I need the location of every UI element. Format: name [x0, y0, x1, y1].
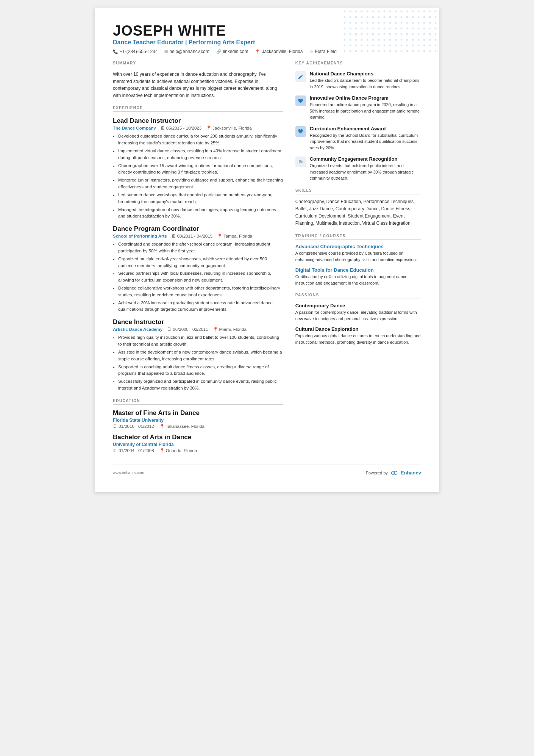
contact-website: 🔗 linkedin.com	[216, 49, 248, 54]
svg-point-29	[412, 16, 414, 18]
job-3-title: Dance Instructor	[113, 318, 283, 326]
calendar-icon-3: 🗓	[167, 327, 172, 332]
svg-point-15	[429, 11, 431, 13]
edu-2-meta: 🗓 01/2004 - 01/2008 📍 Orlando, Florida	[113, 448, 283, 453]
job-2-location: 📍 Tampa, Florida	[217, 233, 252, 239]
job-2-date: 🗓 03/2011 - 04/2015	[172, 234, 212, 238]
achievement-1-title: National Dance Champions	[310, 71, 421, 77]
star-icon: ☆	[310, 49, 314, 54]
job-1-bullets: Developed customized dance curricula for…	[118, 133, 283, 220]
svg-point-82	[423, 33, 425, 35]
enhancv-brand-name: Enhancv	[401, 470, 421, 476]
list-item: Organized multiple end-of-year showcases…	[118, 256, 283, 269]
svg-point-19	[355, 16, 357, 18]
svg-point-17	[344, 16, 346, 18]
achievement-4-text: Community Engagement Recognition Organiz…	[310, 156, 421, 182]
achievement-2-text: Innovative Online Dance Program Pioneere…	[310, 95, 421, 121]
main-columns: SUMMARY With over 10 years of experience…	[113, 61, 421, 453]
job-2-company: School of Performing Arts	[113, 234, 167, 238]
pin-icon-edu2: 📍	[159, 448, 165, 453]
svg-point-84	[435, 33, 437, 35]
svg-point-18	[350, 16, 351, 18]
svg-point-31	[423, 16, 425, 18]
svg-point-2	[355, 11, 357, 13]
skills-section-label: SKILLS	[295, 188, 421, 194]
svg-point-65	[423, 28, 425, 30]
experience-section-label: EXPERIENCE	[113, 106, 283, 112]
achievement-2: Innovative Online Dance Program Pioneere…	[295, 95, 421, 121]
list-item: Coordinated and expanded the after-schoo…	[118, 241, 283, 255]
training-2: Digital Tools for Dance Education Certif…	[295, 267, 421, 286]
skills-text: Choreography, Dance Education, Performan…	[295, 198, 421, 227]
svg-point-67	[435, 28, 437, 30]
training-1-title: Advanced Choreographic Techniques	[295, 244, 421, 249]
achievement-2-icon-wrap	[295, 95, 306, 106]
passion-2: Cultural Dance Exploration Exploring var…	[295, 326, 421, 345]
right-column: KEY ACHIEVEMENTS National Dance Champion…	[295, 61, 421, 453]
job-1-date: 🗓 05/2015 - 10/2023	[161, 126, 201, 130]
calendar-icon-2: 🗓	[172, 234, 176, 238]
achievement-3-title: Curriculum Enhancement Award	[310, 126, 421, 131]
contact-row: 📞 +1-(234)-555-1234 ✉ help@enhancv.com 🔗…	[113, 49, 421, 54]
passion-2-desc: Exploring various global dance cultures …	[295, 333, 421, 345]
edu-1-location: 📍 Tallahassee, Florida	[159, 424, 205, 429]
achievement-3-icon-wrap	[295, 126, 306, 137]
svg-point-9	[395, 11, 397, 13]
svg-point-33	[435, 16, 437, 18]
svg-point-8	[389, 11, 391, 13]
list-item: Designed collaborative workshops with ot…	[118, 285, 283, 299]
svg-point-12	[412, 11, 414, 13]
svg-point-22	[372, 16, 374, 18]
svg-point-27	[401, 16, 403, 18]
svg-point-48	[423, 22, 425, 24]
edu-1-school: Florida State University	[113, 418, 283, 423]
svg-point-25	[389, 16, 391, 18]
list-item: Provided high-quality instruction in jaz…	[118, 334, 283, 348]
job-2-bullets: Coordinated and expanded the after-schoo…	[118, 241, 283, 313]
achievements-section-label: KEY ACHIEVEMENTS	[295, 61, 421, 67]
passion-1-title: Contemporary Dance	[295, 303, 421, 308]
achievement-4: Community Engagement Recognition Organiz…	[295, 156, 421, 182]
svg-point-32	[429, 16, 431, 18]
list-item: Supported in coaching adult dance fitnes…	[118, 364, 283, 377]
passion-2-title: Cultural Dance Exploration	[295, 326, 421, 332]
flag-icon	[298, 159, 303, 165]
job-2: Dance Program Coordinator School of Perf…	[113, 225, 283, 313]
job-3-location: 📍 Miami, Florida	[213, 327, 247, 332]
job-3-company: Artistic Dance Academy	[113, 327, 162, 332]
summary-text: With over 10 years of experience in danc…	[113, 71, 283, 99]
email-icon: ✉	[164, 49, 168, 54]
svg-point-99	[423, 39, 425, 41]
svg-point-101	[435, 39, 437, 41]
svg-point-16	[435, 11, 437, 13]
list-item: Developed customized dance curricula for…	[118, 133, 283, 147]
achievement-2-title: Innovative Online Dance Program	[310, 95, 421, 101]
edu-1-date: 🗓 01/2010 - 01/2012	[113, 424, 154, 429]
training-2-title: Digital Tools for Dance Education	[295, 267, 421, 273]
achievement-3-text: Curriculum Enhancement Award Recognized …	[310, 126, 421, 151]
svg-point-117	[429, 45, 431, 47]
achievement-4-icon-wrap	[295, 157, 306, 167]
candidate-name: JOSEPH WHITE	[113, 23, 421, 39]
svg-point-116	[423, 45, 425, 47]
link-icon: 🔗	[216, 49, 222, 54]
edu-2-location: 📍 Orlando, Florida	[159, 448, 197, 453]
list-item: Assisted in the development of a new con…	[118, 349, 283, 363]
svg-point-11	[406, 11, 408, 13]
job-3-date: 🗓 06/2008 - 02/2011	[167, 327, 208, 332]
list-item: Managed the integration of new dance tec…	[118, 207, 283, 220]
footer-brand: Powered by Enhancv	[366, 469, 421, 477]
svg-point-26	[395, 16, 397, 18]
pin-icon-edu1: 📍	[159, 424, 165, 429]
footer-website: www.enhancv.com	[113, 471, 144, 475]
achievement-1-text: National Dance Champions Led the studio'…	[310, 71, 421, 90]
candidate-title: Dance Teacher Educator | Performing Arts…	[113, 39, 421, 46]
achievement-1-desc: Led the studio's dance team to become na…	[310, 77, 421, 90]
list-item: Choreographed over 15 award-winning rout…	[118, 163, 283, 176]
heart-icon-2	[298, 128, 303, 134]
svg-point-0	[344, 11, 346, 13]
passion-1-desc: A passion for contemporary dance, elevat…	[295, 309, 421, 322]
training-section-label: TRAINING / COURSES	[295, 234, 421, 240]
job-1-location: 📍 Jacksonville, Florida	[206, 125, 252, 131]
edu-1-meta: 🗓 01/2010 - 01/2012 📍 Tallahassee, Flori…	[113, 424, 283, 429]
